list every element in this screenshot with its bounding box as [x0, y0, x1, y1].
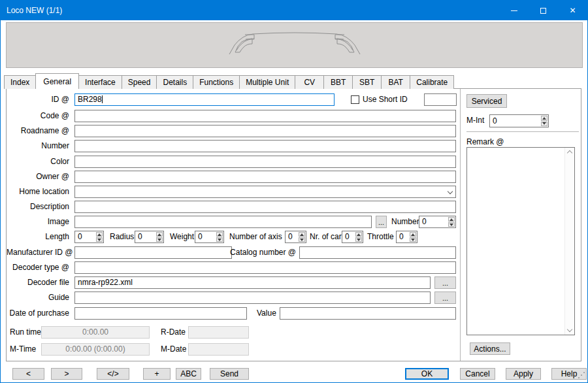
send-button[interactable]: Send [210, 368, 249, 380]
catalog-input[interactable] [299, 246, 456, 259]
abc-sort-button[interactable]: ABC [176, 368, 201, 380]
spin-up-button[interactable] [541, 116, 547, 121]
minimize-icon [511, 10, 517, 11]
image-browse-button[interactable]: ... [376, 216, 387, 228]
description-label: Description [7, 201, 69, 213]
owner-input[interactable] [74, 171, 456, 183]
roadname-input[interactable] [74, 125, 456, 137]
purchase-date-label: Date of purchase [7, 307, 69, 320]
previous-loco-button[interactable]: < [12, 368, 44, 380]
spin-down-button[interactable] [216, 237, 223, 242]
use-short-id-checkbox[interactable] [351, 95, 359, 104]
short-id-input[interactable] [424, 93, 457, 106]
radius-spinner[interactable]: 0 [135, 231, 164, 243]
tab-sbt[interactable]: SBT [352, 75, 382, 89]
run-time-field: 0:00.00 [41, 326, 150, 339]
decoder-file-label: Decoder file [7, 276, 69, 289]
tab-cv[interactable]: CV [295, 75, 324, 89]
apply-button[interactable]: Apply [506, 368, 541, 380]
remark-textarea[interactable] [466, 147, 575, 335]
tab-speed[interactable]: Speed [122, 75, 157, 89]
maximize-icon [540, 8, 546, 14]
loco-dialog: Loco NEW (1/1) ✕ [0, 0, 588, 383]
tab-bar: Index General Interface Speed Details Fu… [4, 73, 453, 89]
help-button[interactable]: Help [551, 368, 587, 380]
tab-bat[interactable]: BAT [381, 75, 410, 89]
close-button[interactable]: ✕ [558, 1, 587, 20]
cancel-button[interactable]: Cancel [460, 368, 495, 380]
decoder-type-label: Decoder type @ [7, 261, 69, 274]
spin-up-button[interactable] [410, 232, 416, 237]
spin-up-button[interactable] [96, 232, 103, 237]
xml-view-button[interactable]: </> [97, 368, 129, 380]
tab-bbt[interactable]: BBT [323, 75, 353, 89]
owner-label: Owner @ [7, 171, 69, 183]
id-input[interactable]: BR298 [74, 93, 335, 106]
spin-down-button[interactable] [448, 222, 455, 227]
add-button[interactable]: + [143, 368, 171, 380]
spin-up-button[interactable] [355, 232, 362, 237]
decoder-file-input[interactable]: nmra-rp922.xml [74, 276, 431, 289]
code-input[interactable] [74, 110, 456, 122]
decoder-file-browse-button[interactable]: ... [434, 276, 456, 289]
maximize-button[interactable] [529, 1, 558, 20]
text-caret [102, 95, 103, 103]
number-input[interactable] [74, 140, 456, 152]
weight-spinner[interactable]: 0 [195, 231, 224, 243]
spin-down-button[interactable] [299, 237, 305, 242]
ok-button[interactable]: OK [405, 368, 449, 380]
purchase-date-input[interactable] [74, 307, 247, 320]
run-time-label: Run time [10, 326, 41, 339]
description-input[interactable] [74, 201, 456, 213]
loco-sketch-image [216, 24, 373, 66]
tab-multiple-unit[interactable]: Multiple Unit [239, 75, 295, 89]
spin-down-button[interactable] [410, 237, 416, 242]
radius-label: Radius [110, 231, 134, 243]
tab-interface[interactable]: Interface [78, 75, 122, 89]
tab-functions[interactable]: Functions [193, 75, 240, 89]
tab-details[interactable]: Details [156, 75, 193, 89]
minimize-button[interactable] [499, 1, 529, 20]
spin-up-button[interactable] [156, 232, 163, 237]
home-location-select[interactable] [74, 186, 456, 198]
next-loco-button[interactable]: > [51, 368, 82, 380]
spin-down-button[interactable] [541, 122, 547, 127]
image-number-label: Number [391, 216, 419, 228]
spin-down-button[interactable] [156, 237, 163, 242]
cars-label: Nr. of cars [310, 231, 346, 243]
m-int-spinner[interactable]: 0 [489, 114, 549, 127]
axis-label: Number of axis [229, 231, 282, 243]
remark-scrollbar[interactable] [564, 148, 574, 335]
scroll-down-icon[interactable] [567, 327, 572, 332]
length-spinner[interactable]: 0 [74, 231, 104, 243]
spin-down-button[interactable] [355, 237, 362, 242]
resize-grip-icon[interactable] [578, 377, 580, 378]
color-input[interactable] [74, 156, 456, 168]
tab-general[interactable]: General [35, 73, 79, 89]
decoder-type-input[interactable] [74, 261, 456, 274]
use-short-id-label: Use Short ID [363, 93, 408, 106]
guide-input[interactable] [74, 291, 431, 304]
actions-button[interactable]: Actions... [470, 342, 510, 355]
loco-preview [6, 22, 583, 68]
spin-up-button[interactable] [216, 232, 223, 237]
scroll-up-icon[interactable] [567, 150, 572, 156]
spin-up-button[interactable] [448, 217, 455, 222]
manufacturer-input[interactable] [74, 246, 232, 259]
axis-spinner[interactable]: 0 [285, 231, 306, 243]
spin-up-button[interactable] [299, 232, 305, 237]
value-input[interactable] [280, 307, 456, 320]
tab-calibrate[interactable]: Calibrate [410, 75, 454, 89]
cars-spinner[interactable]: 0 [342, 231, 363, 243]
serviced-button[interactable]: Serviced [466, 94, 507, 108]
image-input[interactable] [74, 216, 372, 228]
tab-index[interactable]: Index [4, 75, 36, 89]
guide-browse-button[interactable]: ... [434, 291, 456, 304]
image-number-spinner[interactable]: 0 [419, 216, 456, 228]
r-date-field [188, 326, 249, 339]
throttle-spinner[interactable]: 0 [396, 231, 417, 243]
guide-label: Guide [7, 291, 69, 304]
window-title: Loco NEW (1/1) [1, 6, 499, 15]
spin-down-button[interactable] [96, 237, 103, 242]
weight-label: Weight [170, 231, 194, 243]
